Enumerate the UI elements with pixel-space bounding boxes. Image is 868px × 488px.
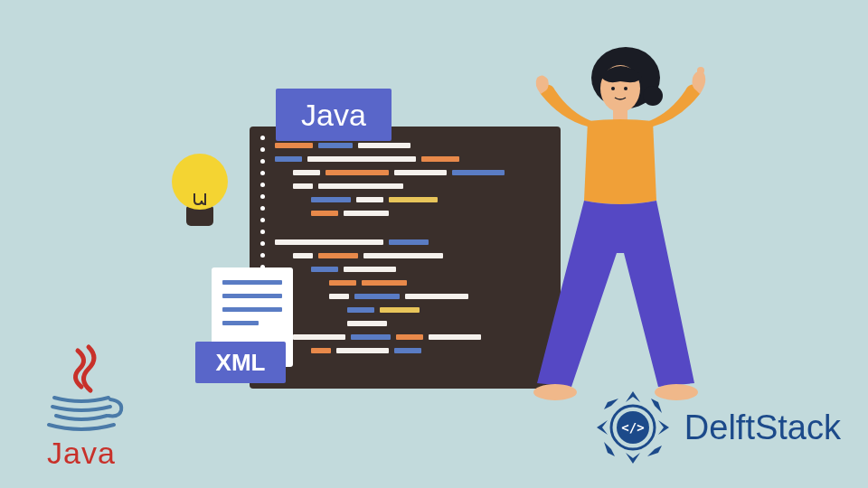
person-illustration <box>524 45 723 402</box>
xml-badge-label: XML <box>216 349 266 377</box>
java-logo-text: Java <box>27 436 136 471</box>
svg-point-1 <box>643 86 663 106</box>
code-content <box>275 143 548 376</box>
svg-text:</>: </> <box>621 420 644 435</box>
java-badge-label: Java <box>301 98 366 133</box>
code-editor-window <box>250 127 561 389</box>
svg-rect-5 <box>613 108 627 121</box>
svg-point-7 <box>533 384 577 400</box>
delftstack-mark-icon: </> <box>594 389 672 466</box>
xml-badge: XML <box>195 342 286 383</box>
java-logo: Java <box>27 343 136 470</box>
delftstack-logo: </> DelftStack <box>594 389 841 466</box>
svg-point-3 <box>611 87 615 90</box>
delftstack-logo-text: DelftStack <box>684 408 841 447</box>
java-cup-icon <box>27 343 136 434</box>
svg-point-4 <box>624 87 627 90</box>
svg-point-6 <box>697 67 704 74</box>
lightbulb-icon <box>172 154 228 233</box>
java-badge: Java <box>276 89 392 141</box>
